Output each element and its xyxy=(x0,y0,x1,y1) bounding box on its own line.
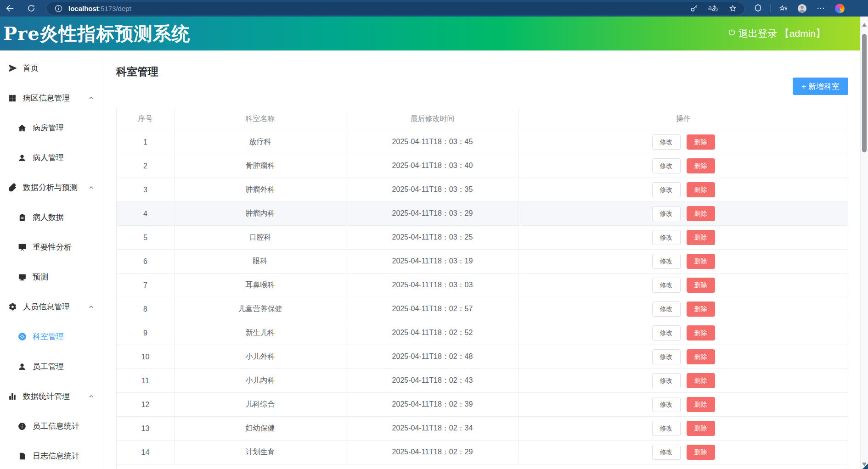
sidebar-item-label: 病人管理 xyxy=(33,152,64,163)
delete-button[interactable]: 删除 xyxy=(687,349,715,364)
scroll-up-arrow[interactable] xyxy=(862,23,867,27)
copilot-icon[interactable] xyxy=(833,2,846,15)
delete-button[interactable]: 删除 xyxy=(687,302,715,317)
add-dept-button[interactable]: + 新增科室 xyxy=(793,78,848,95)
edit-button[interactable]: 修改 xyxy=(652,182,681,197)
logout-button[interactable]: 退出登录 【admin】 xyxy=(727,27,825,40)
sidebar-item-data-analysis[interactable]: 数据分析与预测 xyxy=(0,173,104,202)
cell-name: 小儿外科 xyxy=(175,345,346,369)
sidebar-item-staff-stats[interactable]: 员工信息统计 xyxy=(0,411,104,441)
chevron-up-icon xyxy=(88,184,95,191)
cell-name: 小儿内科 xyxy=(175,369,346,393)
cell-name: 新生儿科 xyxy=(175,321,346,345)
profile-avatar[interactable] xyxy=(795,2,808,15)
cell-no: 4 xyxy=(117,202,175,226)
delete-button[interactable]: 删除 xyxy=(687,278,715,293)
sidebar-item-home[interactable]: 首页 xyxy=(0,53,104,83)
sidebar-item-dept-mgmt[interactable]: 科室管理 xyxy=(0,322,104,352)
info-icon xyxy=(17,422,27,430)
delete-button[interactable]: 删除 xyxy=(687,158,715,173)
cell-name: 肿瘤外科 xyxy=(175,178,346,202)
page-scrollbar[interactable] xyxy=(860,17,868,469)
edit-button[interactable]: 修改 xyxy=(652,230,681,245)
delete-button[interactable]: 删除 xyxy=(687,397,715,412)
edit-button[interactable]: 修改 xyxy=(652,206,681,221)
grid-icon xyxy=(7,94,17,102)
edit-button[interactable]: 修改 xyxy=(652,325,681,341)
delete-button[interactable]: 删除 xyxy=(687,134,715,150)
delete-button[interactable]: 删除 xyxy=(687,421,715,436)
sidebar-item-ward-info-mgmt[interactable]: 病区信息管理 xyxy=(0,83,104,113)
cell-time: 2025-04-11T18：02：52 xyxy=(346,321,519,345)
home-icon xyxy=(17,124,27,132)
edit-button[interactable]: 修改 xyxy=(652,349,681,364)
more-icon[interactable] xyxy=(814,2,827,15)
cell-time: 2025-04-11T18：02：34 xyxy=(346,417,519,441)
edit-button[interactable]: 修改 xyxy=(652,421,681,436)
chart-icon xyxy=(7,392,17,401)
sidebar-item-label: 科室管理 xyxy=(33,331,64,342)
col-header-action: 操作 xyxy=(519,108,848,130)
delete-button[interactable]: 删除 xyxy=(687,373,715,388)
sidebar-item-importance-analysis[interactable]: 重要性分析 xyxy=(0,232,104,262)
cell-name: 计划生育 xyxy=(175,441,346,464)
edit-button[interactable]: 修改 xyxy=(652,445,681,460)
browser-chrome: localhost:5173/dept aあ xyxy=(0,0,868,17)
sidebar-item-log-stats[interactable]: 日志信息统计 xyxy=(0,441,104,469)
cell-time: 2025-04-11T18：03：45 xyxy=(346,130,519,154)
easel-icon xyxy=(17,243,27,251)
paperclip-icon xyxy=(7,183,17,192)
delete-button[interactable]: 删除 xyxy=(687,254,715,269)
translate-icon[interactable]: aあ xyxy=(707,2,720,15)
sidebar-item-label: 数据分析与预测 xyxy=(23,182,78,193)
edit-button[interactable]: 修改 xyxy=(652,158,681,173)
sidebar-item-patient-data[interactable]: 病人数据 xyxy=(0,202,104,232)
extensions-icon[interactable] xyxy=(751,2,764,15)
cell-no: 7 xyxy=(117,274,175,297)
address-bar[interactable]: localhost:5173/dept aあ xyxy=(46,2,745,15)
delete-button[interactable]: 删除 xyxy=(687,230,715,245)
sidebar-item-patient-mgmt[interactable]: 病人管理 xyxy=(0,143,104,173)
table-row: 13 妇幼保健 2025-04-11T18：02：34 修改 删除 xyxy=(117,417,848,441)
sidebar-item-prediction[interactable]: 预测 xyxy=(0,262,104,292)
edit-button[interactable]: 修改 xyxy=(652,278,681,293)
delete-button[interactable]: 删除 xyxy=(687,325,715,341)
cell-no: 9 xyxy=(117,321,175,345)
cell-no: 3 xyxy=(117,178,175,202)
cell-name: 妇幼保健 xyxy=(175,417,346,441)
cell-actions: 修改 删除 xyxy=(519,178,848,202)
scroll-thumb[interactable] xyxy=(862,34,867,152)
table-row: 5 口腔科 2025-04-11T18：03：25 修改 删除 xyxy=(117,226,848,250)
table-row: 8 儿童营养保健 2025-04-11T18：02：57 修改 删除 xyxy=(117,297,848,321)
star-icon[interactable] xyxy=(726,2,739,15)
page-title: 科室管理 xyxy=(116,65,158,79)
cell-time: 2025-04-11T18：03：19 xyxy=(346,250,519,274)
cell-no: 14 xyxy=(117,441,175,464)
refresh-icon[interactable] xyxy=(25,2,38,15)
sidebar-item-label: 病人数据 xyxy=(33,212,64,223)
edit-button[interactable]: 修改 xyxy=(652,397,681,412)
cell-actions: 修改 删除 xyxy=(519,130,848,154)
sidebar-item-stats-mgmt[interactable]: 数据统计管理 xyxy=(0,381,104,411)
sidebar-item-personnel-info-mgmt[interactable]: 人员信息管理 xyxy=(0,292,104,322)
chevron-up-icon xyxy=(88,303,95,310)
back-icon[interactable] xyxy=(4,2,17,15)
key-icon[interactable] xyxy=(688,2,700,15)
corner-decoration xyxy=(862,463,868,469)
cell-time: 2025-04-11T18：02：39 xyxy=(346,393,519,417)
delete-button[interactable]: 删除 xyxy=(687,445,715,460)
delete-button[interactable]: 删除 xyxy=(687,206,715,221)
chevron-up-icon xyxy=(88,95,95,101)
edit-button[interactable]: 修改 xyxy=(652,302,681,317)
edit-button[interactable]: 修改 xyxy=(652,254,681,269)
collections-icon[interactable] xyxy=(777,2,789,15)
sidebar-item-label: 病房管理 xyxy=(33,123,64,133)
app-title: Pre炎性指标预测系统 xyxy=(3,21,191,46)
sidebar-item-label: 人员信息管理 xyxy=(23,302,70,312)
sidebar-item-ward-mgmt[interactable]: 病房管理 xyxy=(0,113,104,143)
delete-button[interactable]: 删除 xyxy=(687,182,715,197)
sidebar-item-staff-mgmt[interactable]: 员工管理 xyxy=(0,352,104,381)
edit-button[interactable]: 修改 xyxy=(652,134,681,150)
info-icon[interactable] xyxy=(52,2,65,15)
edit-button[interactable]: 修改 xyxy=(652,373,681,388)
